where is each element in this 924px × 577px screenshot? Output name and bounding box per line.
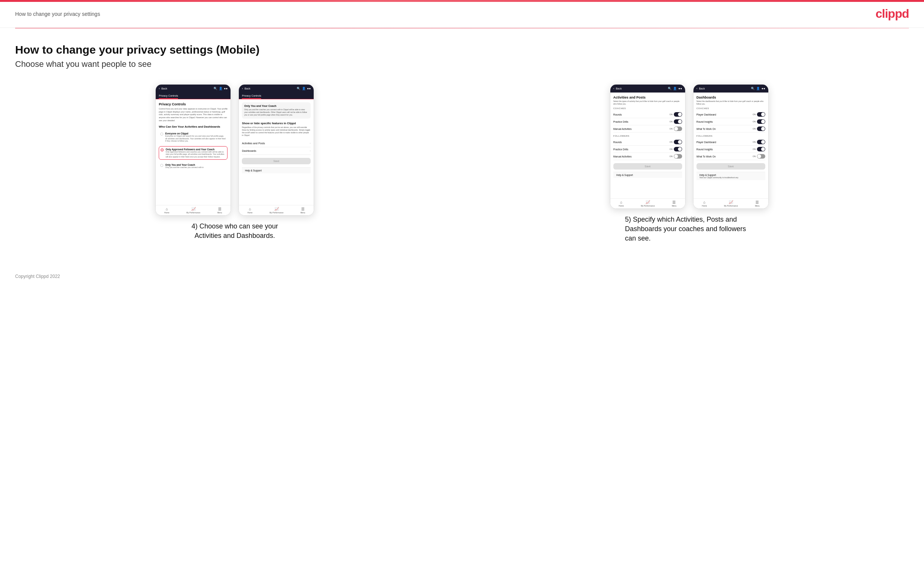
followers-rounds-label: Rounds <box>613 141 622 143</box>
info-box-title: Only You and Your Coach <box>244 105 309 107</box>
nav-performance4[interactable]: 📈 My Performance <box>724 200 738 207</box>
info-box-desc: Only you and the coaches you connect wit… <box>244 108 309 116</box>
screen4-back[interactable]: ‹ Back <box>696 87 705 90</box>
screen1-mockup: ‹ Back 🔍 👤 ●​● Privacy Controls Pri <box>155 84 231 216</box>
dash-followers-player-toggle[interactable] <box>757 140 765 144</box>
screen3-desc: Select the types of activity that you'd … <box>613 100 682 105</box>
info-box: Only You and Your Coach Only you and the… <box>242 102 311 119</box>
dash-followers-insights-on: ON <box>753 148 756 150</box>
nav-menu4[interactable]: ☰ Menu <box>755 200 760 207</box>
nav-performance[interactable]: 📈 My Performance <box>186 207 200 214</box>
dash-followers-insights-toggle[interactable] <box>757 147 765 152</box>
followers-drills-toggle[interactable] <box>674 147 682 152</box>
dashboards-arrow-icon: › <box>310 149 311 153</box>
profile-icon3[interactable]: 👤 <box>673 87 677 90</box>
more-icon4[interactable]: ●​● <box>761 87 765 90</box>
more-icon3[interactable]: ●​● <box>678 87 682 90</box>
dash-followers-player-on: ON <box>753 141 756 143</box>
dash-followers-work-label: What To Work On <box>696 155 716 158</box>
help-label2: Help & Support <box>245 169 262 172</box>
dash-coaches-player-on: ON <box>753 113 756 116</box>
screen1-tab-bar: Privacy Controls <box>156 92 231 99</box>
option-coach-only-label: Only You and Your Coach <box>165 163 204 166</box>
option-everyone-label: Everyone on Clippd <box>165 132 226 135</box>
search-icon3[interactable]: 🔍 <box>668 87 672 90</box>
nav-home-label: Home <box>165 211 169 214</box>
followers-manual-row: Manual Activities ON <box>613 153 682 160</box>
dash-followers-work-toggle[interactable] <box>757 154 765 159</box>
nav-menu3[interactable]: ☰ Menu <box>672 200 677 207</box>
article-title: How to change your privacy settings (Mob… <box>15 44 909 56</box>
profile-icon[interactable]: 👤 <box>219 87 223 90</box>
nav-menu[interactable]: ☰ Menu <box>217 207 222 214</box>
nav-performance2[interactable]: 📈 My Performance <box>270 207 283 214</box>
nav-home-label3: Home <box>619 205 624 207</box>
help-support-row2: Help & Support <box>242 167 311 173</box>
activities-posts-row[interactable]: Activities and Posts › <box>242 140 311 147</box>
radio-coach-only <box>160 164 163 167</box>
screen1-back[interactable]: ‹ Back <box>159 87 167 90</box>
option-coach-only[interactable]: Only You and Your Coach Only you and the… <box>159 162 228 170</box>
home-icon4: ⌂ <box>703 200 706 204</box>
nav-menu2[interactable]: ☰ Menu <box>300 207 305 214</box>
save-button3[interactable]: Save <box>613 163 682 169</box>
privacy-controls-tab2[interactable]: Privacy Controls <box>242 93 261 99</box>
radio-followers <box>161 148 164 152</box>
dash-coaches-work-toggle[interactable] <box>757 126 765 131</box>
dash-followers-work-on: ON <box>753 155 756 158</box>
home-icon: ⌂ <box>166 207 168 211</box>
screen1-desc: Control how you and your data appears to… <box>159 108 228 122</box>
save-button2[interactable]: Save <box>242 158 311 164</box>
nav-home3[interactable]: ⌂ Home <box>619 200 624 207</box>
coaches-drills-toggle[interactable] <box>674 119 682 124</box>
search-icon2[interactable]: 🔍 <box>297 87 300 90</box>
screenshots-container: ‹ Back 🔍 👤 ●​● Privacy Controls Pri <box>15 84 909 243</box>
option-followers-desc: Only approved followers and coaches you … <box>166 151 226 158</box>
nav-performance3[interactable]: 📈 My Performance <box>641 200 655 207</box>
nav-home4[interactable]: ⌂ Home <box>702 200 707 207</box>
option-everyone[interactable]: Everyone on Clippd Everyone on Clippd ca… <box>159 131 228 144</box>
help-support-row4: Help & Support Visit our Clippd communit… <box>696 172 765 180</box>
dash-coaches-insights-row: Round Insights ON <box>696 118 765 126</box>
profile-icon2[interactable]: 👤 <box>302 87 306 90</box>
coaches-rounds-toggle[interactable] <box>674 112 682 117</box>
screen3-back[interactable]: ‹ Back <box>613 87 622 90</box>
dash-coaches-insights-toggle[interactable] <box>757 119 765 124</box>
radio-everyone <box>160 132 163 135</box>
help-desc4: Visit our Clippd community to troublesho… <box>699 176 738 179</box>
followers-drills-toggle-wrap: ON <box>670 147 682 152</box>
screen4-desc: Select the dashboards that you'd like to… <box>696 100 765 105</box>
back-arrow-icon2: ‹ <box>242 87 243 90</box>
search-icon[interactable]: 🔍 <box>213 87 217 90</box>
followers-manual-on-text: ON <box>670 155 673 158</box>
followers-rounds-toggle[interactable] <box>674 140 682 144</box>
dash-coaches-player-row: Player Dashboard ON <box>696 111 765 118</box>
copyright-text: Copyright Clippd 2022 <box>15 274 60 279</box>
right-phones-pair: ‹ Back 🔍 👤 ●​● Activities and Posts Sele… <box>610 84 769 209</box>
dash-followers-work-row: What To Work On ON <box>696 153 765 160</box>
coaches-drills-row: Practice Drills ON <box>613 118 682 126</box>
dash-coaches-section-label: COACHES <box>696 107 765 110</box>
dash-coaches-player-toggle[interactable] <box>757 112 765 117</box>
nav-home[interactable]: ⌂ Home <box>165 207 169 214</box>
nav-performance-label3: My Performance <box>641 205 655 207</box>
screen2-back[interactable]: ‹ Back <box>242 87 250 90</box>
coaches-rounds-label: Rounds <box>613 113 622 116</box>
activities-posts-label: Activities and Posts <box>242 142 265 145</box>
performance-icon3: 📈 <box>646 200 650 204</box>
save-button4[interactable]: Save <box>696 163 765 169</box>
nav-home2[interactable]: ⌂ Home <box>247 207 252 214</box>
followers-manual-toggle[interactable] <box>674 154 682 159</box>
privacy-controls-tab[interactable]: Privacy Controls <box>159 93 178 99</box>
coaches-rounds-toggle-wrap: ON <box>670 112 682 117</box>
coaches-manual-toggle[interactable] <box>674 126 682 131</box>
more-icon2[interactable]: ●​● <box>307 87 311 90</box>
dash-coaches-player-label: Player Dashboard <box>696 113 716 116</box>
article-subtitle: Choose what you want people to see <box>15 59 909 69</box>
profile-icon4[interactable]: 👤 <box>756 87 760 90</box>
left-pair-group: ‹ Back 🔍 👤 ●​● Privacy Controls Pri <box>15 84 455 240</box>
dashboards-row[interactable]: Dashboards › <box>242 147 311 155</box>
option-followers[interactable]: Only Approved Followers and Your Coach O… <box>159 146 228 160</box>
more-icon[interactable]: ●​● <box>224 87 228 90</box>
search-icon4[interactable]: 🔍 <box>751 87 755 90</box>
